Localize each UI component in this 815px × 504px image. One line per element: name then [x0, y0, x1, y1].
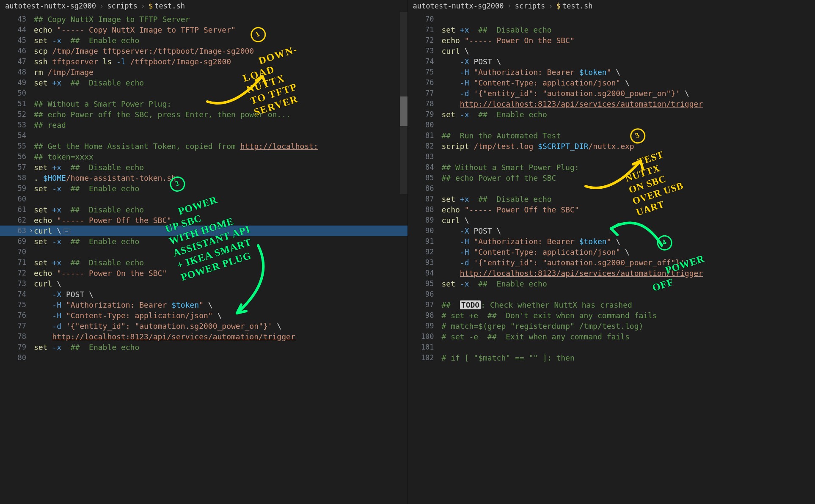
code-content[interactable]: ## token=xxxx — [34, 151, 408, 162]
code-content[interactable]: # set -e ## Exit when any command fails — [442, 331, 815, 342]
code-line[interactable]: 46scp /tmp/Image tftpserver:/tftpboot/Im… — [0, 46, 408, 56]
code-content[interactable]: -H "Content-Type: application/json" \ — [442, 247, 815, 257]
code-line[interactable]: 74 -X POST \ — [0, 289, 408, 300]
code-line[interactable]: 44echo "----- Copy NuttX Image to TFTP S… — [0, 25, 408, 35]
code-content[interactable]: script /tmp/test.log $SCRIPT_DIR/nuttx.e… — [442, 141, 815, 151]
code-line[interactable]: 63›curl \⋯ — [0, 226, 408, 236]
crumb-folder[interactable]: scripts — [107, 1, 138, 11]
code-content[interactable]: set -x ## Enable echo — [34, 236, 408, 247]
code-content[interactable]: ## Copy NuttX Image to TFTP Server — [34, 14, 408, 25]
code-line[interactable]: 85## echo Power off the SBC — [408, 173, 815, 183]
code-content[interactable]: # set +e ## Don't exit when any command … — [442, 310, 815, 321]
code-content[interactable]: . $HOME/home-assistant-token.sh — [34, 173, 408, 183]
code-content[interactable]: echo "----- Copy NuttX Image to TFTP Ser… — [34, 25, 408, 35]
code-content[interactable]: -X POST \ — [442, 56, 815, 67]
code-content[interactable]: ## Run the Automated Test — [442, 130, 815, 141]
code-line[interactable]: 76 -H "Content-Type: application/json" \ — [408, 77, 815, 88]
crumb-file[interactable]: test.sh — [154, 1, 185, 11]
code-line[interactable]: 55## Get the Home Assistant Token, copie… — [0, 141, 408, 151]
code-content[interactable]: curl \ — [442, 46, 815, 56]
code-line[interactable]: 101 — [408, 342, 815, 353]
code-content[interactable]: http://localhost:8123/api/services/autom… — [34, 331, 408, 342]
code-content[interactable]: echo "----- Power On the SBC" — [34, 268, 408, 278]
code-line[interactable]: 94 http://localhost:8123/api/services/au… — [408, 268, 815, 278]
code-content[interactable]: http://localhost:8123/api/services/autom… — [442, 99, 815, 109]
folded-ellipsis-icon[interactable]: ⋯ — [63, 229, 70, 234]
code-line[interactable]: 77 -d '{"entity_id": "automation.sg2000_… — [0, 321, 408, 331]
code-line[interactable]: 97## TODO: Check whether NuttX has crash… — [408, 300, 815, 310]
code-line[interactable]: 72echo "----- Power On the SBC" — [408, 35, 815, 46]
code-content[interactable]: curl \ — [34, 278, 408, 289]
code-line[interactable]: 47ssh tftpserver ls -l /tftpboot/Image-s… — [0, 56, 408, 67]
code-line[interactable]: 79set -x ## Enable echo — [408, 109, 815, 120]
code-line[interactable]: 100# set -e ## Exit when any command fai… — [408, 331, 815, 342]
code-content[interactable]: -X POST \ — [34, 289, 408, 300]
code-line[interactable]: 50 — [0, 88, 408, 99]
code-line[interactable]: 75 -H "Authorization: Bearer $token" \ — [0, 300, 408, 310]
crumb-folder[interactable]: scripts — [515, 1, 545, 11]
code-line[interactable]: 75 -H "Authorization: Bearer $token" \ — [408, 67, 815, 77]
code-line[interactable]: 86 — [408, 183, 815, 194]
code-line[interactable]: 79set -x ## Enable echo — [0, 342, 408, 353]
code-content[interactable]: ## Without a Smart Power Plug: — [34, 99, 408, 109]
code-line[interactable]: 76 -H "Content-Type: application/json" \ — [0, 310, 408, 321]
code-content[interactable]: -d '{"entity_id": "automation.sg2000_pow… — [442, 88, 815, 99]
code-line[interactable]: 60 — [0, 194, 408, 204]
code-line[interactable]: 49set +x ## Disable echo — [0, 77, 408, 88]
code-line[interactable]: 61set +x ## Disable echo — [0, 204, 408, 215]
code-content[interactable]: -H "Authorization: Bearer $token" \ — [34, 300, 408, 310]
crumb-folder[interactable]: autotest-nuttx-sg2000 — [413, 1, 504, 11]
code-content[interactable]: set +x ## Disable echo — [34, 204, 408, 215]
code-content[interactable]: -d '{"entity_id": "automation.sg2000_pow… — [442, 257, 815, 268]
code-line[interactable]: 83 — [408, 151, 815, 162]
code-area-right[interactable]: 7071set +x ## Disable echo72echo "----- … — [408, 13, 815, 363]
code-content[interactable]: curl \ — [442, 215, 815, 226]
code-line[interactable]: 91 -H "Authorization: Bearer $token" \ — [408, 236, 815, 247]
code-content[interactable]: http://localhost:8123/api/services/autom… — [442, 268, 815, 278]
crumb-file[interactable]: test.sh — [562, 1, 593, 11]
code-line[interactable]: 45set -x ## Enable echo — [0, 35, 408, 46]
code-line[interactable]: 53## read — [0, 120, 408, 130]
code-line[interactable]: 73curl \ — [0, 278, 408, 289]
code-content[interactable]: ## TODO: Check whether NuttX has crashed — [442, 300, 815, 310]
code-content[interactable]: set +x ## Disable echo — [442, 194, 815, 204]
code-content[interactable]: -H "Authorization: Bearer $token" \ — [442, 67, 815, 77]
code-line[interactable]: 92 -H "Content-Type: application/json" \ — [408, 247, 815, 257]
code-line[interactable]: 48rm /tmp/Image — [0, 67, 408, 77]
code-content[interactable]: echo "----- Power Off the SBC" — [442, 204, 815, 215]
code-line[interactable]: 59set -x ## Enable echo — [0, 183, 408, 194]
code-line[interactable]: 96 — [408, 289, 815, 300]
code-line[interactable]: 82script /tmp/test.log $SCRIPT_DIR/nuttx… — [408, 141, 815, 151]
code-line[interactable]: 98# set +e ## Don't exit when any comman… — [408, 310, 815, 321]
code-line[interactable]: 43## Copy NuttX Image to TFTP Server — [0, 14, 408, 25]
code-content[interactable]: set +x ## Disable echo — [34, 257, 408, 268]
code-content[interactable]: curl \⋯ — [34, 226, 408, 236]
code-line[interactable]: 99# match=$(grep "registerdump" /tmp/tes… — [408, 321, 815, 331]
code-line[interactable]: 62echo "----- Power Off the SBC" — [0, 215, 408, 226]
code-line[interactable]: 74 -X POST \ — [408, 56, 815, 67]
code-line[interactable]: 93 -d '{"entity_id": "automation.sg2000_… — [408, 257, 815, 268]
code-line[interactable]: 73curl \ — [408, 46, 815, 56]
code-line[interactable]: 71set +x ## Disable echo — [0, 257, 408, 268]
code-line[interactable]: 102# if [ "$match" == "" ]; then — [408, 353, 815, 363]
code-line[interactable]: 88echo "----- Power Off the SBC" — [408, 204, 815, 215]
code-line[interactable]: 84## Without a Smart Power Plug: — [408, 162, 815, 173]
code-content[interactable]: # match=$(grep "registerdump" /tmp/test.… — [442, 321, 815, 331]
code-line[interactable]: 69set -x ## Enable echo — [0, 236, 408, 247]
code-content[interactable]: rm /tmp/Image — [34, 67, 408, 77]
code-content[interactable]: set -x ## Enable echo — [34, 342, 408, 353]
code-line[interactable]: 52## echo Power off the SBC, press Enter… — [0, 109, 408, 120]
code-content[interactable]: echo "----- Power Off the SBC" — [34, 215, 408, 226]
breadcrumb[interactable]: autotest-nuttx-sg2000 › scripts › $ test… — [408, 0, 815, 13]
code-content[interactable]: set +x ## Disable echo — [442, 25, 815, 35]
fold-chevron-icon[interactable]: › — [29, 226, 33, 236]
code-line[interactable]: 80 — [408, 120, 815, 130]
minimap-thumb[interactable] — [400, 96, 408, 126]
code-content[interactable]: set -x ## Enable echo — [442, 109, 815, 120]
code-line[interactable]: 57set +x ## Disable echo — [0, 162, 408, 173]
code-line[interactable]: 54 — [0, 130, 408, 141]
code-area-left[interactable]: 43## Copy NuttX Image to TFTP Server44ec… — [0, 13, 408, 363]
code-line[interactable]: 77 -d '{"entity_id": "automation.sg2000_… — [408, 88, 815, 99]
code-content[interactable]: ## Get the Home Assistant Token, copied … — [34, 141, 408, 151]
code-content[interactable]: ## echo Power off the SBC — [442, 173, 815, 183]
